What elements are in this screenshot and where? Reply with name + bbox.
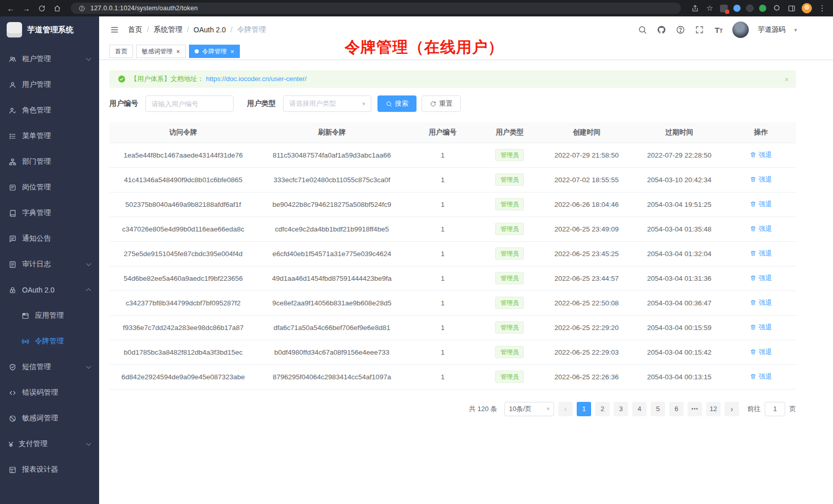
github-icon[interactable] xyxy=(656,25,667,35)
help-icon[interactable] xyxy=(675,25,686,35)
tab-sensitive-word[interactable]: 敏感词管理× xyxy=(136,45,186,58)
reload-icon[interactable] xyxy=(37,4,46,13)
force-logout-button[interactable]: 强退 xyxy=(750,224,772,234)
page-button-3[interactable]: 3 xyxy=(614,402,628,416)
force-logout-button[interactable]: 强退 xyxy=(750,200,772,209)
search-icon[interactable] xyxy=(637,25,648,35)
page-button-1[interactable]: 1 xyxy=(577,402,591,416)
table-row: 6d842e2924594de9a09e45e087323abe8796295f… xyxy=(109,364,796,389)
sidebar-item-report[interactable]: 报表设计器 xyxy=(0,457,99,482)
force-logout-button[interactable]: 强退 xyxy=(750,347,772,357)
forward-icon[interactable]: → xyxy=(22,4,31,13)
user-name[interactable]: 芋道源码 xyxy=(758,25,785,34)
site-info-icon[interactable] xyxy=(77,4,86,13)
next-page-button[interactable]: › xyxy=(725,402,739,416)
user-type-badge: 管理员 xyxy=(495,223,524,235)
page-button-5[interactable]: 5 xyxy=(651,402,665,416)
force-logout-label: 强退 xyxy=(759,347,772,357)
sidebar-item-menu[interactable]: 菜单管理 xyxy=(0,123,99,149)
sidebar-item-label: 菜单管理 xyxy=(22,131,90,141)
force-logout-button[interactable]: 强退 xyxy=(750,323,772,332)
banner-link[interactable]: https://doc.iocoder.cn/user-center/ xyxy=(206,75,307,83)
chevron-down-icon xyxy=(86,261,91,266)
action-cell: 强退 xyxy=(726,167,796,192)
breadcrumb-separator: / xyxy=(231,26,233,34)
force-logout-button[interactable]: 强退 xyxy=(750,249,772,258)
sidebar-item-oauth2-app[interactable]: 应用管理 xyxy=(0,303,99,328)
browser-profile-avatar[interactable] xyxy=(802,3,812,13)
bookmark-star-icon[interactable]: ☆ xyxy=(705,4,714,13)
user-type-select[interactable]: 请选择用户类型 ▾ xyxy=(283,95,371,112)
user-type-badge: 管理员 xyxy=(495,297,524,309)
sidebar-collapse-icon[interactable] xyxy=(109,25,120,35)
breadcrumb-item[interactable]: 首页 xyxy=(128,25,142,34)
page-button-6[interactable]: 6 xyxy=(669,402,684,416)
expire-time-cell: 2054-03-04 01:32:04 xyxy=(633,241,726,266)
user-id-input[interactable] xyxy=(145,95,234,112)
trash-icon xyxy=(750,250,756,257)
breadcrumb-item[interactable]: OAuth 2.0 xyxy=(194,26,226,34)
search-button[interactable]: 搜索 xyxy=(377,95,416,112)
action-cell: 强退 xyxy=(726,315,796,340)
force-logout-button[interactable]: 强退 xyxy=(750,274,772,283)
sidebar-item-error-code[interactable]: 错误码管理 xyxy=(0,380,99,405)
sidebar-item-role[interactable]: 角色管理 xyxy=(0,98,99,123)
page-button-12[interactable]: 12 xyxy=(706,402,721,416)
url-bar[interactable]: 127.0.0.1:1024/system/oauth2/token xyxy=(71,3,681,14)
share-icon[interactable] xyxy=(690,4,699,13)
tab-token[interactable]: 令牌管理× xyxy=(189,45,240,58)
sidebar-item-sms[interactable]: 短信管理 xyxy=(0,354,99,380)
force-logout-label: 强退 xyxy=(759,323,772,332)
sidebar-item-post[interactable]: 岗位管理 xyxy=(0,175,99,200)
page-ellipsis[interactable]: ••• xyxy=(688,402,702,416)
force-logout-button[interactable]: 强退 xyxy=(750,150,772,160)
banner-close-icon[interactable]: × xyxy=(784,75,789,84)
extensions-puzzle-icon[interactable] xyxy=(772,4,781,13)
page-size-select[interactable]: 10条/页 ▾ xyxy=(504,402,554,416)
app-logo[interactable]: 芋道管理系统 xyxy=(0,16,99,43)
sidebar-item-pay[interactable]: ¥支付管理 xyxy=(0,431,99,457)
force-logout-button[interactable]: 强退 xyxy=(750,372,772,381)
sidebar-item-label: 租户管理 xyxy=(22,54,81,64)
extension-blue-icon[interactable] xyxy=(733,5,741,12)
prev-page-button[interactable]: ‹ xyxy=(558,402,573,416)
main-area: 首页/系统管理/OAuth 2.0/令牌管理 TT 芋道源码 ▾ 令牌管理（在线… xyxy=(99,16,833,504)
sidebar-item-dept[interactable]: 部门管理 xyxy=(0,149,99,175)
user-id-cell: 1 xyxy=(407,143,479,167)
sidebar-item-dict[interactable]: 字典管理 xyxy=(0,200,99,226)
fullscreen-icon[interactable] xyxy=(694,25,705,35)
expire-time-cell: 2054-03-04 00:15:42 xyxy=(633,340,726,364)
reset-button[interactable]: 重置 xyxy=(422,95,461,112)
refresh-token-cell: dfa6c71a50a54c66bef706ef9e6e8d81 xyxy=(257,315,406,340)
sidebar-item-oauth2[interactable]: OAuth 2.0 xyxy=(0,277,99,303)
font-size-icon[interactable]: TT xyxy=(713,25,724,35)
user-type-placeholder: 请选择用户类型 xyxy=(289,99,336,108)
tab-close-icon[interactable]: × xyxy=(231,48,235,55)
force-logout-button[interactable]: 强退 xyxy=(750,298,772,307)
browser-menu-icon[interactable]: ⋮ xyxy=(818,4,827,13)
trash-icon xyxy=(750,348,756,355)
created-time-cell: 2022-06-25 23:44:57 xyxy=(541,266,633,290)
sidebar-item-oauth2-token[interactable]: 令牌管理 xyxy=(0,328,99,354)
sidebar-item-tenant[interactable]: 租户管理 xyxy=(0,46,99,72)
breadcrumb-item[interactable]: 系统管理 xyxy=(154,25,182,34)
sidebar-item-notice[interactable]: 通知公告 xyxy=(0,226,99,251)
goto-page-input[interactable] xyxy=(765,402,785,416)
trash-icon xyxy=(750,201,756,207)
side-panel-icon[interactable] xyxy=(787,4,796,13)
extension-green-icon[interactable] xyxy=(759,5,766,12)
expire-time-cell: 2054-03-04 19:51:25 xyxy=(633,192,726,217)
force-logout-button[interactable]: 强退 xyxy=(750,175,772,184)
sidebar-item-user[interactable]: 用户管理 xyxy=(0,72,99,98)
tab-close-icon[interactable]: × xyxy=(176,48,180,55)
user-avatar[interactable] xyxy=(732,22,749,38)
home-icon[interactable] xyxy=(52,4,62,13)
extension-dark-icon[interactable] xyxy=(746,5,753,12)
tab-home[interactable]: 首页 xyxy=(109,45,133,58)
page-button-4[interactable]: 4 xyxy=(632,402,647,416)
sidebar-item-sensitive-word[interactable]: 敏感词管理 xyxy=(0,405,99,431)
page-button-2[interactable]: 2 xyxy=(595,402,610,416)
extension-badge-icon[interactable] xyxy=(720,5,728,12)
back-icon[interactable]: ← xyxy=(6,4,15,13)
sidebar-item-audit-log[interactable]: 审计日志 xyxy=(0,251,99,277)
